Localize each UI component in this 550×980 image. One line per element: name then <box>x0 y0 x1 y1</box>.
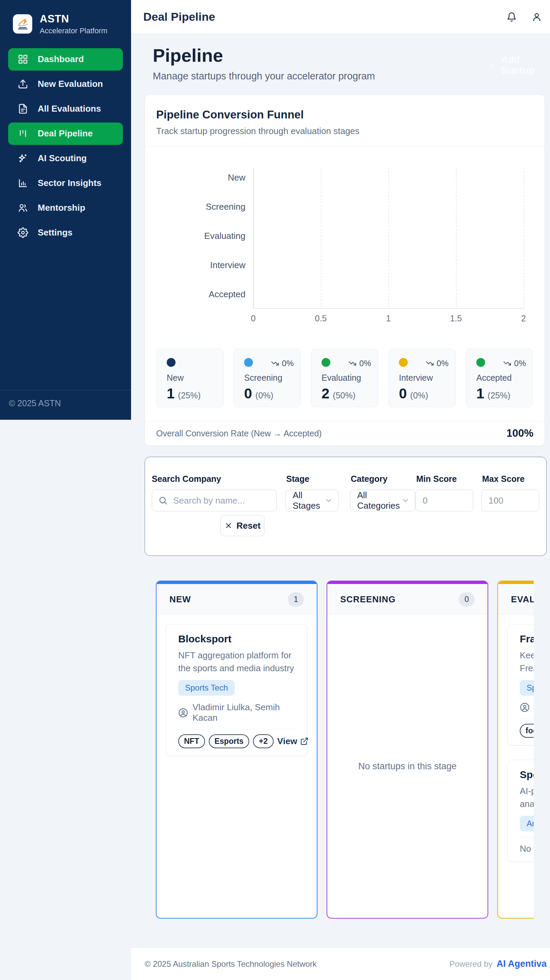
sidebar-item-deal-pipeline[interactable]: Deal Pipeline <box>8 123 123 145</box>
brand: ASTN Accelerator Platform <box>0 0 131 35</box>
gridline <box>456 168 457 308</box>
sidebar-item-label: New Evaluation <box>38 79 103 89</box>
startup-card[interactable]: Fran KeepFrea Spo M foo <box>507 624 534 746</box>
sidebar: ASTN Accelerator Platform Dashboard New … <box>0 0 131 420</box>
user-icon[interactable] <box>532 12 542 22</box>
header-title: Deal Pipeline <box>143 10 215 24</box>
divider <box>520 718 534 719</box>
plus-icon <box>488 60 496 70</box>
y-axis-label: New <box>145 172 246 183</box>
search-company-label: Search Company <box>152 474 221 484</box>
stage-label: Stage <box>286 474 309 484</box>
gridline <box>523 168 524 308</box>
stat-card-new: New 1(25%) <box>156 349 223 407</box>
funnel-subtitle: Track startup progression through evalua… <box>156 126 360 137</box>
stat-count: 0 <box>244 385 252 402</box>
column-header: SCREENING 0 <box>327 584 488 615</box>
kanban-column-evaluating: EVALUAT Fran KeepFrea Spo M foo <box>497 581 534 919</box>
search-input[interactable] <box>152 490 276 511</box>
stage-select[interactable]: All Stages <box>285 490 338 511</box>
sidebar-item-label: Sector Insights <box>38 178 102 188</box>
sidebar-item-all-evaluations[interactable]: All Evaluations <box>8 98 123 120</box>
startup-card[interactable]: Spo AI-panal Ana No ta <box>507 760 534 862</box>
chevron-down-icon <box>325 496 333 504</box>
category-select[interactable]: All Categories <box>350 490 415 511</box>
max-score-label: Max Score <box>482 474 524 484</box>
column-accent-bar <box>156 581 317 584</box>
stat-percent: (0%) <box>255 391 273 401</box>
astn-logo <box>13 14 32 33</box>
gridline <box>321 168 322 308</box>
startup-card-blocksport[interactable]: Blocksport NFT aggregation platform for … <box>166 624 308 756</box>
trend-indicator: 0% <box>271 359 294 368</box>
brand-tagline: Accelerator Platform <box>40 27 107 35</box>
stat-count: 2 <box>322 385 329 402</box>
sidebar-item-label: Dashboard <box>38 54 84 64</box>
x-axis-tick: 0.5 <box>307 313 335 323</box>
startup-name: Spo <box>520 769 534 781</box>
startup-description: NFT aggregation platform for the sports … <box>178 649 295 675</box>
sidebar-item-mentorship[interactable]: Mentorship <box>8 197 123 219</box>
column-accent-bar <box>498 581 534 584</box>
user-circle-icon <box>520 702 529 712</box>
document-icon <box>18 103 28 114</box>
stage-color-dot <box>399 358 408 367</box>
category-badge: Spo <box>520 680 534 696</box>
bar-chart-icon <box>18 178 28 188</box>
stat-card-evaluating: 0% Evaluating 2(50%) <box>311 349 378 407</box>
stage-color-dot <box>322 358 330 367</box>
sidebar-item-dashboard[interactable]: Dashboard <box>8 48 123 71</box>
stat-card-interview: 0% Interview 0(0%) <box>388 349 456 407</box>
max-score-input[interactable] <box>482 490 539 511</box>
overall-conversion-row: Overall Conversion Rate (New → Accepted)… <box>156 421 533 445</box>
reset-label: Reset <box>237 520 261 531</box>
column-name: NEW <box>169 594 191 605</box>
powered-by-label: Powered by <box>450 959 493 969</box>
empty-stage-message: No startups in this stage <box>358 761 457 772</box>
sidebar-item-ai-scouting[interactable]: AI Scouting <box>8 147 123 170</box>
stat-card-accepted: 0% Accepted 1(25%) <box>466 349 533 407</box>
sidebar-copyright: © 2025 ASTN <box>0 390 131 420</box>
x-axis-tick: 0 <box>240 313 267 323</box>
close-icon <box>225 522 233 530</box>
no-tags-text: No ta <box>520 843 534 854</box>
kanban-column-screening: SCREENING 0 No startups in this stage <box>327 581 488 919</box>
bell-icon[interactable] <box>507 12 517 22</box>
stage-color-dot <box>476 358 485 367</box>
divider <box>520 837 534 837</box>
y-axis-label: Accepted <box>145 289 246 300</box>
x-axis-tick: 1 <box>375 313 402 323</box>
stat-label: Accepted <box>476 373 524 383</box>
stat-count: 1 <box>476 385 484 402</box>
sidebar-item-settings[interactable]: Settings <box>8 221 123 244</box>
trend-indicator: 0% <box>503 359 526 368</box>
x-axis-tick: 1.5 <box>442 313 470 323</box>
tag-pill: NFT <box>178 734 205 748</box>
sparkles-icon <box>18 153 28 164</box>
ai-agentiva-link[interactable]: AI Agentiva <box>496 959 547 969</box>
min-score-field <box>416 490 473 511</box>
startup-description: AI-panal <box>520 784 534 810</box>
search-company-field <box>152 490 277 511</box>
page-subtitle: Manage startups through your accelerator… <box>153 71 375 82</box>
x-axis-tick: 2 <box>510 313 537 323</box>
grid-icon <box>18 54 28 64</box>
min-score-input[interactable] <box>416 490 473 511</box>
column-name: EVALUAT <box>511 594 534 605</box>
category-label: Category <box>351 474 387 484</box>
upload-icon <box>18 79 28 89</box>
column-header: EVALUAT <box>498 584 534 615</box>
sidebar-item-new-evaluation[interactable]: New Evaluation <box>8 73 123 95</box>
stat-label: New <box>167 373 214 383</box>
add-startup-button[interactable]: Add Startup <box>488 56 550 74</box>
sidebar-item-sector-insights[interactable]: Sector Insights <box>8 172 123 194</box>
external-link-icon <box>300 737 309 746</box>
y-axis-label: Screening <box>145 202 246 212</box>
trend-indicator: 0% <box>426 359 448 368</box>
reset-button[interactable]: Reset <box>220 515 265 536</box>
category-select-value: All Categories <box>357 490 401 511</box>
column-header: NEW 1 <box>156 584 317 615</box>
stat-label: Evaluating <box>322 373 369 383</box>
sidebar-nav: Dashboard New Evaluation All Evaluations… <box>0 48 131 244</box>
view-startup-link[interactable]: View <box>277 736 309 746</box>
